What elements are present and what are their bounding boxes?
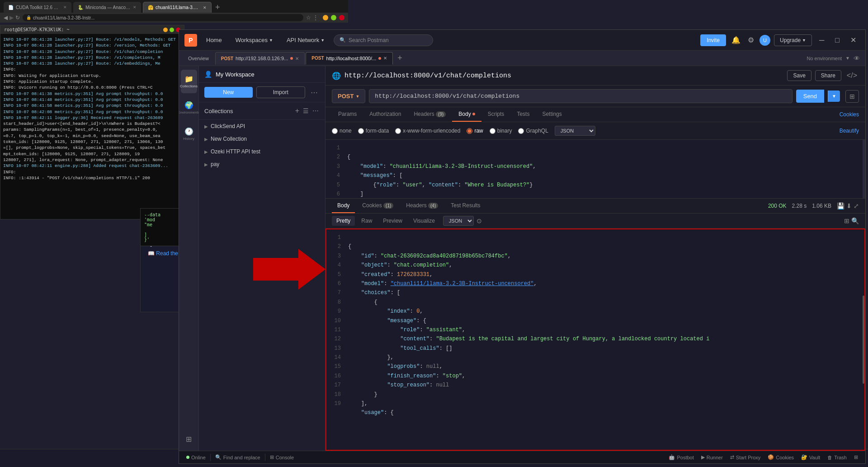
nav-workspaces[interactable]: Workspaces ▼ bbox=[231, 34, 278, 46]
resp-tab-cookies[interactable]: Cookies (1) bbox=[357, 199, 399, 213]
browser-forward[interactable]: ▶ bbox=[9, 14, 14, 21]
browser-win-maximize[interactable] bbox=[331, 15, 336, 20]
request-tab-1[interactable]: POST http://192.168.0.126:9... ✕ bbox=[215, 52, 305, 65]
collections-view-tab[interactable]: Overview bbox=[183, 52, 214, 65]
sidebar-environments-icon[interactable]: 🌍 Environments bbox=[181, 96, 197, 119]
req-tab-scripts[interactable]: Scripts bbox=[481, 107, 511, 122]
tab1-close[interactable]: ✕ bbox=[63, 5, 67, 10]
response-scrollbar[interactable] bbox=[863, 295, 864, 384]
sidebar-collections-icon[interactable]: 📁 Collections bbox=[181, 70, 197, 93]
response-save-icon[interactable]: 💾 bbox=[837, 202, 844, 210]
fmt-tab-visualize[interactable]: Visualize bbox=[409, 216, 439, 226]
bell-icon[interactable]: 🔔 bbox=[730, 34, 742, 46]
response-copy-icon[interactable]: ⊞ bbox=[844, 217, 849, 224]
more-status-btn[interactable]: ⊞ bbox=[851, 453, 861, 461]
fmt-tab-preview[interactable]: Preview bbox=[378, 216, 407, 226]
collection-item-new[interactable]: ▶ New Collection bbox=[199, 133, 325, 145]
add-tab-button[interactable]: + bbox=[396, 53, 404, 63]
req-tab-body[interactable]: Body bbox=[452, 107, 481, 122]
collections-list-icon[interactable]: ☰ bbox=[302, 106, 310, 116]
new-button[interactable]: New bbox=[204, 87, 253, 98]
find-replace-btn[interactable]: 🔍 Find and replace bbox=[212, 453, 263, 461]
radio-none[interactable]: none bbox=[332, 128, 352, 134]
win-minimize[interactable]: ─ bbox=[816, 34, 828, 46]
add-collection-icon[interactable]: + bbox=[294, 106, 300, 116]
browser-refresh[interactable]: ↻ bbox=[15, 14, 20, 21]
nav-api-network[interactable]: API Network ▼ bbox=[282, 34, 329, 46]
win-maximize[interactable]: □ bbox=[831, 34, 843, 46]
radio-form-data[interactable]: form-data bbox=[358, 128, 389, 134]
new-tab-button[interactable]: + bbox=[213, 2, 222, 13]
sidebar-grid-icon[interactable]: ⊞ bbox=[181, 431, 197, 447]
share-button[interactable]: Share bbox=[815, 70, 841, 81]
sidebar-history-icon[interactable]: 🕐 History bbox=[181, 122, 197, 146]
browser-bookmark[interactable]: ☆ bbox=[306, 14, 311, 21]
settings-icon[interactable]: ⚙ bbox=[746, 34, 756, 46]
search-bar[interactable]: 🔍 Search Postman bbox=[334, 34, 433, 46]
terminal-minimize[interactable] bbox=[163, 28, 168, 32]
collection-item-ozeki[interactable]: ▶ Ozeki HTTP API test bbox=[199, 145, 325, 158]
editor-scrollbar[interactable] bbox=[863, 140, 865, 198]
nav-home[interactable]: Home bbox=[202, 34, 226, 46]
save-button[interactable]: Save bbox=[787, 70, 811, 81]
cookies-link[interactable]: Cookies bbox=[840, 108, 859, 121]
req-tab-authorization[interactable]: Authorization bbox=[363, 107, 407, 122]
tab1-close[interactable]: ✕ bbox=[295, 56, 299, 61]
radio-binary[interactable]: binary bbox=[490, 128, 512, 134]
req-tab-params[interactable]: Params bbox=[332, 107, 363, 122]
req-tab-settings[interactable]: Settings bbox=[536, 107, 568, 122]
response-json-select[interactable]: JSON bbox=[443, 216, 474, 226]
resp-tab-body[interactable]: Body bbox=[332, 199, 355, 213]
tab2-close[interactable]: ✕ bbox=[133, 5, 137, 10]
start-proxy-btn[interactable]: ⇄ Start Proxy bbox=[727, 453, 763, 461]
layout-toggle-btn[interactable]: ⊞ bbox=[845, 90, 859, 103]
win-close[interactable]: ✕ bbox=[847, 34, 860, 46]
request-body-editor[interactable]: 123456 { "model": "chuanli11/Llama-3.2-3… bbox=[326, 140, 865, 199]
resp-tab-headers[interactable]: Headers (4) bbox=[401, 199, 443, 213]
import-button[interactable]: Import bbox=[256, 86, 306, 98]
env-chevron[interactable]: ▼ bbox=[845, 56, 850, 61]
postbot-btn[interactable]: 🤖 Postbot bbox=[666, 453, 696, 461]
collections-menu-icon[interactable]: ⋯ bbox=[309, 87, 320, 98]
console-btn[interactable]: ⊞ Console bbox=[267, 453, 297, 461]
collections-more-icon[interactable]: ⋯ bbox=[311, 106, 320, 116]
collection-item-clicksend[interactable]: ▶ ClickSend API bbox=[199, 120, 325, 133]
terminal-maximize[interactable] bbox=[170, 28, 174, 32]
browser-tab-2[interactable]: 🐍 Miniconda — Anaconda docu... ✕ bbox=[73, 2, 141, 13]
resp-tab-test-results[interactable]: Test Results bbox=[445, 199, 486, 213]
code-button[interactable]: </> bbox=[845, 70, 859, 81]
invite-button[interactable]: Invite bbox=[700, 34, 726, 46]
user-avatar[interactable]: U bbox=[760, 35, 770, 46]
radio-raw[interactable]: raw bbox=[467, 128, 483, 134]
response-expand-icon[interactable]: ⤢ bbox=[854, 202, 859, 210]
request-tab-2[interactable]: POST http://localhost:8000/... ✕ bbox=[306, 52, 393, 65]
upgrade-button[interactable]: Upgrade ▼ bbox=[774, 34, 812, 46]
json-format-select[interactable]: JSON Text JavaScript HTML XML bbox=[555, 126, 595, 136]
cookies-status-btn[interactable]: 🍪 Cookies bbox=[765, 453, 797, 461]
browser-back[interactable]: ◀ bbox=[4, 14, 8, 21]
send-dropdown-button[interactable]: ▼ bbox=[828, 91, 840, 102]
response-body[interactable]: 12345678910111213141516171819 { "id": "c… bbox=[326, 229, 865, 451]
radio-graphql[interactable]: GraphQL bbox=[518, 128, 548, 134]
vault-btn[interactable]: 🔐 Vault bbox=[798, 453, 823, 461]
runner-btn[interactable]: ▶ Runner bbox=[698, 453, 726, 461]
status-online[interactable]: Online bbox=[184, 454, 208, 461]
response-download-icon[interactable]: ⬇ bbox=[846, 202, 852, 210]
fmt-tab-raw[interactable]: Raw bbox=[357, 216, 377, 226]
fmt-tab-pretty[interactable]: Pretty bbox=[332, 216, 355, 226]
tab2-close[interactable]: ✕ bbox=[383, 56, 387, 61]
send-button[interactable]: InviteSend bbox=[796, 90, 824, 103]
env-settings-icon[interactable]: 👁 bbox=[854, 55, 860, 62]
radio-urlencoded[interactable]: x-www-form-urlencoded bbox=[395, 128, 460, 134]
beautify-button[interactable]: Beautify bbox=[840, 128, 859, 134]
terminal-titlebar[interactable]: root@DESKTOP-K7K3KlUK: ~ bbox=[0, 25, 184, 34]
browser-address-bar[interactable]: 🔒 chuanli11/Llama-3.2-3B-Instr... bbox=[23, 14, 303, 21]
browser-win-close[interactable] bbox=[339, 15, 344, 20]
url-input[interactable] bbox=[369, 89, 792, 103]
collection-item-pay[interactable]: ▶ pay bbox=[199, 158, 325, 171]
req-tab-headers[interactable]: Headers (9) bbox=[407, 107, 452, 122]
browser-tab-1[interactable]: 📄 CUDA Toolkit 12.6 Update 2 D... ✕ bbox=[4, 2, 71, 13]
response-search-icon[interactable]: 🔍 bbox=[851, 217, 859, 224]
tab3-close[interactable]: ✕ bbox=[203, 5, 207, 10]
response-filter-icon[interactable]: ⊙ bbox=[476, 217, 482, 224]
